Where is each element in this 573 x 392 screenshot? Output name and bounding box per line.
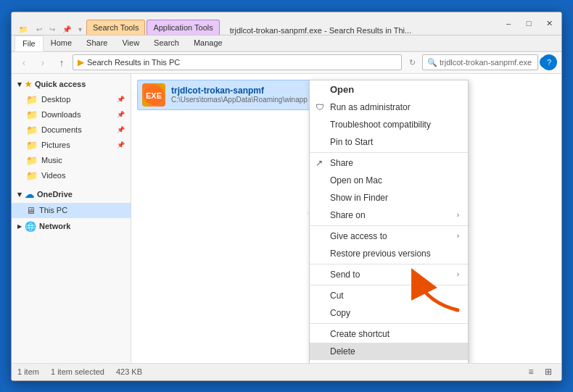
ribbon-tab-view[interactable]: View [115, 36, 147, 51]
pin-icon: 📌 [59, 24, 74, 35]
sidebar: ▾ ★ Quick access 📁 Desktop 📌 📁 Downloads… [12, 74, 131, 363]
file-info: trjdlcot-trokan-sanpmf C:\Users\tomas\Ap… [171, 86, 318, 104]
ctx-share-label: Share [330, 158, 353, 168]
sidebar-item-desktop[interactable]: 📁 Desktop 📌 [12, 92, 131, 107]
ribbon-tab-manage[interactable]: Manage [186, 36, 230, 51]
ctx-item-restore-versions[interactable]: Restore previous versions [310, 245, 468, 262]
address-bar: ‹ › ↑ ▶ Search Results in This PC ↻ 🔍 ✕ … [12, 52, 561, 74]
ctx-restore-label: Restore previous versions [330, 249, 431, 259]
main-content: ▾ ★ Quick access 📁 Desktop 📌 📁 Downloads… [12, 74, 561, 363]
onedrive-expand-icon: ▾ [17, 190, 22, 199]
ctx-pin-label: Pin to Start [330, 137, 373, 147]
ctx-item-troubleshoot[interactable]: Troubleshoot compatibility [310, 116, 468, 133]
sidebar-item-music[interactable]: 📁 Music [12, 153, 131, 168]
ribbon-tab-home[interactable]: Home [44, 36, 79, 51]
onedrive-label: OneDrive [37, 190, 73, 199]
ctx-item-share[interactable]: ↗ Share [310, 154, 468, 172]
ctx-item-cut[interactable]: Cut [310, 287, 468, 304]
documents-folder-icon: 📁 [26, 125, 38, 135]
ctx-item-create-shortcut[interactable]: Create shortcut [310, 325, 468, 343]
tab-search-tools[interactable]: Search Tools [86, 20, 145, 35]
ctx-separator-1 [310, 152, 468, 153]
ribbon-tab-share[interactable]: Share [79, 36, 115, 51]
dropdown-arrow[interactable]: ▾ [75, 24, 85, 35]
ctx-item-rename[interactable]: Rename [310, 360, 468, 363]
sidebar-item-music-label: Music [41, 156, 62, 164]
quick-access-label: Quick access [35, 80, 86, 88]
ctx-show-finder-label: Show in Finder [330, 193, 388, 203]
sidebar-item-desktop-label: Desktop [41, 95, 70, 104]
share-on-arrow-icon: › [457, 211, 459, 219]
sidebar-quick-access-header[interactable]: ▾ ★ Quick access [12, 77, 131, 92]
title-bar: 📁 ↩ ↪ 📌 ▾ Search Tools Application Tools… [12, 12, 561, 36]
network-label: Network [39, 222, 70, 230]
sidebar-item-documents[interactable]: 📁 Documents 📌 [12, 122, 131, 138]
ctx-item-open-on-mac[interactable]: Open on Mac [310, 172, 468, 189]
explorer-window: 📁 ↩ ↪ 📌 ▾ Search Tools Application Tools… [11, 12, 562, 381]
ctx-item-pin-to-start[interactable]: Pin to Start [310, 133, 468, 151]
ctx-copy-label: Copy [330, 308, 350, 318]
status-count: 1 item [17, 367, 39, 376]
ctx-item-delete[interactable]: Delete [310, 343, 468, 360]
status-size: 423 KB [116, 367, 142, 376]
up-button[interactable]: ↑ [54, 54, 70, 70]
context-menu: Open 🛡 Run as administrator Troubleshoot… [309, 80, 469, 363]
downloads-pin-icon: 📌 [117, 111, 125, 118]
ctx-share-on-label: Share on [330, 210, 366, 220]
sidebar-item-this-pc[interactable]: 🖥 This PC [12, 203, 131, 218]
pictures-folder-icon: 📁 [26, 140, 38, 151]
status-selected: 1 item selected [51, 367, 104, 376]
ctx-open-label: Open [330, 84, 354, 95]
svg-text:EXE: EXE [146, 91, 162, 100]
sidebar-onedrive-header[interactable]: ▾ ☁ OneDrive [12, 186, 131, 203]
status-bar: 1 item 1 item selected 423 KB ≡ ⊞ [12, 363, 561, 380]
minimize-button[interactable]: – [499, 16, 518, 30]
search-box[interactable]: 🔍 ✕ [422, 54, 538, 70]
title-bar-tabs: 📁 ↩ ↪ 📌 ▾ Search Tools Application Tools… [12, 12, 496, 35]
quick-access-icon: 📁 [15, 24, 32, 35]
ctx-item-show-in-finder[interactable]: Show in Finder [310, 189, 468, 207]
list-view-button[interactable]: ≡ [524, 365, 538, 378]
ctx-separator-2 [310, 225, 468, 226]
file-path: C:\Users\tomas\AppData\Roaming\winapp [171, 96, 318, 104]
ribbon-tab-search[interactable]: Search [147, 36, 186, 51]
ctx-item-run-as-admin[interactable]: 🛡 Run as administrator [310, 99, 468, 116]
sidebar-item-videos[interactable]: 📁 Videos [12, 168, 131, 183]
tab-application-tools[interactable]: Application Tools [147, 20, 219, 35]
ctx-item-copy[interactable]: Copy [310, 304, 468, 322]
ctx-item-open[interactable]: Open [310, 80, 468, 99]
address-folder-icon: ▶ [78, 57, 84, 67]
music-folder-icon: 📁 [26, 155, 38, 166]
give-access-arrow-icon: › [457, 232, 459, 240]
ctx-item-give-access[interactable]: Give access to › [310, 228, 468, 245]
search-magnifier-icon: 🔍 [427, 58, 437, 67]
this-pc-icon: 🖥 [26, 205, 36, 216]
sidebar-item-pictures[interactable]: 📁 Pictures 📌 [12, 138, 131, 153]
ctx-separator-4 [310, 285, 468, 285]
search-input[interactable] [440, 58, 540, 67]
ctx-item-share-on[interactable]: Share on › [310, 207, 468, 224]
address-path-text: Search Results in This PC [87, 58, 180, 67]
ctx-create-shortcut-label: Create shortcut [330, 329, 389, 339]
ctx-cut-label: Cut [330, 291, 344, 301]
details-view-button[interactable]: ⊞ [541, 365, 556, 378]
help-button[interactable]: ? [541, 54, 557, 70]
ctx-item-send-to[interactable]: Send to › [310, 266, 468, 283]
forward-button[interactable]: › [35, 54, 51, 70]
sidebar-network-header[interactable]: ▸ 🌐 Network [12, 218, 131, 235]
close-button[interactable]: ✕ [540, 16, 558, 30]
network-expand-icon: ▸ [17, 222, 22, 231]
file-exe-icon: EXE [142, 83, 165, 107]
sidebar-item-this-pc-label: This PC [39, 206, 67, 214]
sidebar-item-downloads[interactable]: 📁 Downloads 📌 [12, 107, 131, 122]
address-path[interactable]: ▶ Search Results in This PC [73, 54, 402, 70]
quick-access-star-icon: ★ [25, 80, 32, 89]
redo-icon: ↪ [46, 24, 58, 35]
desktop-pin-icon: 📌 [117, 96, 125, 103]
back-button[interactable]: ‹ [16, 54, 32, 70]
shield-icon: 🛡 [316, 102, 324, 112]
ribbon-tab-file[interactable]: File [15, 36, 44, 51]
maximize-button[interactable]: □ [519, 16, 538, 30]
refresh-button[interactable]: ↻ [405, 54, 419, 70]
status-view-controls: ≡ ⊞ [524, 365, 556, 378]
